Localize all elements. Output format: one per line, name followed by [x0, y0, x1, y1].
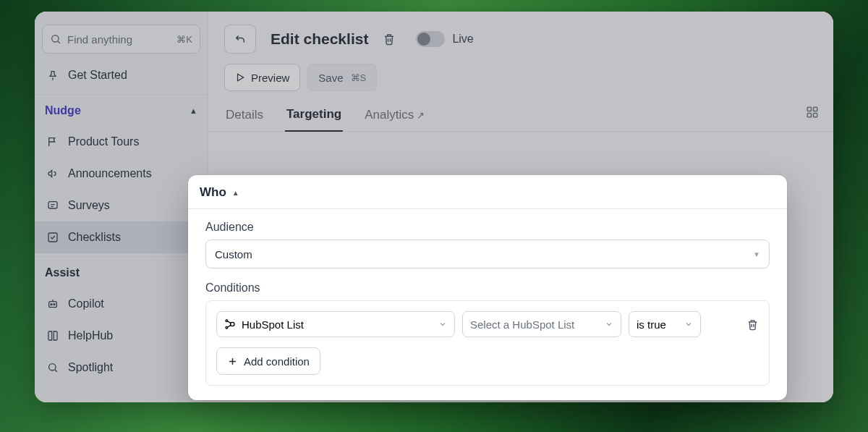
select-value: HubSpot List	[242, 318, 304, 331]
search-icon	[50, 33, 61, 45]
add-condition-button[interactable]: Add condition	[216, 347, 320, 375]
sidebar-item-label: Checklists	[68, 231, 121, 244]
condition-value-select[interactable]: Select a HubSpot List	[462, 311, 621, 337]
svg-rect-12	[807, 114, 811, 117]
page-title: Edit checklist	[271, 30, 368, 48]
sidebar-item-label: Surveys	[68, 199, 110, 212]
sidebar-item-label: Product Tours	[68, 135, 139, 148]
save-shortcut: ⌘S	[351, 72, 367, 83]
tab-label: Analytics	[365, 108, 414, 122]
sidebar-section-assist[interactable]: Assist ▲	[35, 256, 208, 288]
tab-analytics[interactable]: Analytics↗	[363, 99, 426, 131]
sidebar-item-spotlight[interactable]: Spotlight	[35, 352, 208, 384]
sidebar-item-helphub[interactable]: HelpHub	[35, 320, 208, 352]
sidebar-section-nudge[interactable]: Nudge ▲	[35, 94, 208, 126]
condition-row: HubSpot List Select a HubSpot List is tr…	[216, 311, 759, 337]
svg-line-8	[55, 370, 57, 372]
play-icon	[235, 72, 245, 82]
svg-line-18	[228, 325, 231, 327]
sidebar-item-get-started[interactable]: Get Started	[35, 59, 208, 91]
topbar: Edit checklist Live	[208, 12, 833, 59]
plus-icon	[227, 356, 238, 367]
chevron-down-icon	[438, 320, 447, 329]
svg-line-1	[58, 41, 60, 43]
live-toggle[interactable]	[416, 31, 445, 47]
delete-condition-button[interactable]	[746, 318, 759, 331]
svg-point-7	[49, 364, 56, 370]
layout-toggle-button[interactable]	[806, 106, 819, 119]
back-button[interactable]	[224, 25, 256, 54]
panel-title: Who	[200, 185, 226, 200]
svg-point-15	[226, 320, 228, 322]
svg-rect-13	[814, 114, 817, 117]
select-placeholder: Select a HubSpot List	[470, 318, 574, 331]
section-label: Nudge	[45, 104, 81, 117]
conditions-box: HubSpot List Select a HubSpot List is tr…	[205, 300, 770, 386]
search-shortcut: ⌘K	[176, 34, 192, 45]
sidebar: Find anything ⌘K Get Started Nudge ▲ Pro…	[35, 12, 208, 402]
who-targeting-panel: Who ▲ Audience Custom ▼ Conditions HubSp…	[188, 175, 787, 400]
svg-rect-10	[807, 107, 811, 111]
delete-button[interactable]	[383, 33, 396, 46]
condition-property-select[interactable]: HubSpot List	[216, 311, 455, 337]
condition-operator-select[interactable]: is true	[629, 311, 701, 337]
sidebar-item-label: Spotlight	[68, 361, 113, 374]
svg-rect-11	[814, 107, 817, 111]
sidebar-item-label: Announcements	[68, 167, 152, 180]
sidebar-item-label: Get Started	[68, 69, 127, 82]
save-button[interactable]: Save ⌘S	[307, 64, 377, 91]
svg-point-16	[226, 326, 228, 329]
audience-select[interactable]: Custom ▼	[205, 240, 770, 268]
sidebar-item-label: Copilot	[68, 297, 104, 310]
chevron-up-icon: ▲	[190, 106, 197, 115]
svg-marker-9	[238, 74, 244, 80]
sidebar-item-checklists[interactable]: Checklists	[35, 221, 208, 253]
live-toggle-label: Live	[452, 33, 473, 46]
external-link-icon: ↗	[417, 110, 425, 121]
pin-icon	[45, 69, 61, 81]
panel-header-who[interactable]: Who ▲	[188, 175, 787, 209]
preview-button[interactable]: Preview	[224, 64, 300, 91]
svg-point-0	[52, 35, 59, 42]
svg-point-5	[51, 304, 52, 305]
search-input[interactable]: Find anything ⌘K	[42, 25, 200, 54]
chevron-down-icon: ▼	[753, 250, 760, 258]
conditions-label: Conditions	[205, 281, 770, 295]
search-icon	[45, 362, 61, 373]
chevron-down-icon	[605, 320, 613, 329]
sidebar-item-surveys[interactable]: Surveys	[35, 190, 208, 221]
hubspot-icon	[224, 318, 236, 330]
section-label: Assist	[45, 266, 80, 279]
check-square-icon	[45, 232, 61, 243]
svg-line-17	[228, 321, 231, 323]
audience-label: Audience	[205, 221, 770, 234]
toggle-knob	[417, 33, 430, 46]
svg-rect-3	[48, 233, 57, 242]
chevron-down-icon	[684, 320, 693, 329]
select-value: is true	[637, 318, 666, 331]
tab-targeting[interactable]: Targeting	[285, 98, 343, 132]
sidebar-item-product-tours[interactable]: Product Tours	[35, 126, 208, 158]
chevron-up-icon: ▲	[232, 189, 239, 197]
actionbar: Preview Save ⌘S	[208, 59, 833, 98]
svg-point-6	[54, 304, 55, 305]
tab-details[interactable]: Details	[224, 99, 265, 131]
panel-body: Audience Custom ▼ Conditions HubSpot Lis…	[188, 209, 787, 400]
chat-icon	[45, 200, 61, 211]
sidebar-item-copilot[interactable]: Copilot	[35, 288, 208, 320]
sidebar-item-label: HelpHub	[68, 329, 113, 342]
select-value: Custom	[215, 248, 252, 261]
robot-icon	[45, 298, 61, 310]
flag-icon	[45, 136, 61, 148]
button-label: Add condition	[244, 355, 310, 368]
book-icon	[45, 330, 61, 342]
button-label: Save	[318, 72, 343, 84]
svg-rect-4	[49, 302, 57, 308]
search-placeholder: Find anything	[67, 33, 176, 46]
tabbar: Details Targeting Analytics↗	[208, 98, 833, 132]
button-label: Preview	[251, 72, 289, 84]
sidebar-item-announcements[interactable]: Announcements	[35, 158, 208, 190]
megaphone-icon	[45, 168, 61, 179]
